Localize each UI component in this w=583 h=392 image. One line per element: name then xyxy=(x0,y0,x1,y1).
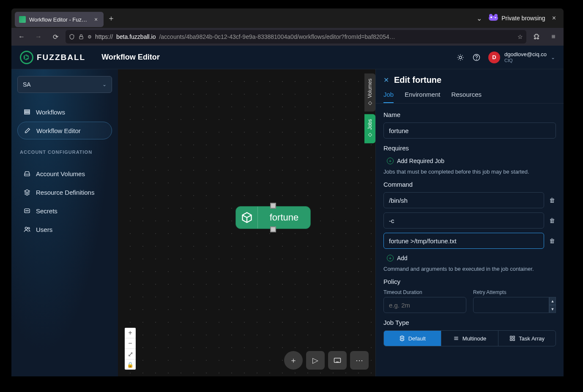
canvas[interactable]: fortune ◇ Volumes ◇ Jobs + − ⤢ xyxy=(118,69,375,376)
close-tab-icon[interactable]: × xyxy=(93,16,99,23)
sidebar-item-account-volumes[interactable]: Account Volumes xyxy=(17,165,112,182)
rail-tab-volumes[interactable]: ◇ Volumes xyxy=(364,74,375,112)
lock-icon xyxy=(78,34,84,40)
cube-icon: ◇ xyxy=(367,132,373,138)
svg-rect-4 xyxy=(25,110,30,111)
tab-environment[interactable]: Environment xyxy=(405,91,440,103)
node-port-top[interactable] xyxy=(270,203,276,209)
run-button[interactable]: ▷ xyxy=(306,351,325,370)
jobtype-toggle: Default Multinode Task Array xyxy=(383,330,556,346)
sidebar-item-resource-definitions[interactable]: Resource Definitions xyxy=(17,183,112,201)
user-email: dgodlove@ciq.co xyxy=(504,52,547,57)
theme-toggle-icon[interactable] xyxy=(456,53,465,62)
requires-label: Requires xyxy=(383,144,556,152)
project-selector[interactable]: SA ⌄ xyxy=(17,76,112,93)
browser-tab-strip: Workflow Editor - Fuzzb… × ＋ ⌄ Private b… xyxy=(11,8,564,28)
forward-button[interactable]: → xyxy=(32,30,45,44)
delete-arg-icon[interactable]: 🗑 xyxy=(548,197,556,204)
add-command-arg-button[interactable]: + Add xyxy=(387,255,556,261)
close-panel-icon[interactable]: ✕ xyxy=(383,76,389,84)
panel-title: Edit fortune xyxy=(394,75,441,85)
brand-name: FUZZBALL xyxy=(37,53,85,62)
tabs-dropdown-icon[interactable]: ⌄ xyxy=(476,14,482,22)
jobtype-default[interactable]: Default xyxy=(384,331,441,346)
more-button[interactable]: ⋯ xyxy=(350,351,369,370)
browser-tab[interactable]: Workflow Editor - Fuzzb… × xyxy=(15,12,104,27)
jobtype-taskarray-label: Task Array xyxy=(519,335,545,342)
user-menu[interactable]: D dgodlove@ciq.co CIQ ⌄ xyxy=(488,52,555,63)
svg-point-10 xyxy=(27,210,27,211)
drive-icon xyxy=(23,170,31,177)
zoom-controls: + − ⤢ 🔒 xyxy=(125,328,136,370)
retry-decrement[interactable]: ▼ xyxy=(549,305,556,313)
add-required-job-button[interactable]: + Add Required Job xyxy=(387,158,556,164)
sidebar-item-workflows[interactable]: Workflows xyxy=(17,103,112,121)
command-label: Command xyxy=(383,181,556,188)
chevron-down-icon: ⌄ xyxy=(551,54,555,60)
command-arg-2[interactable] xyxy=(383,233,544,249)
extensions-icon[interactable] xyxy=(530,30,543,44)
brand-logo[interactable]: ⌬ FUZZBALL xyxy=(20,51,85,64)
svg-point-9 xyxy=(26,210,26,211)
page-title: Workflow Editor xyxy=(101,53,160,62)
retry-increment[interactable]: ▲ xyxy=(549,297,556,305)
sidebar-item-secrets[interactable]: Secrets xyxy=(17,202,112,220)
window-close-icon[interactable]: × xyxy=(552,14,556,22)
keyboard-button[interactable] xyxy=(328,351,347,370)
back-button[interactable]: ← xyxy=(15,30,28,44)
favicon xyxy=(19,16,26,23)
bookmark-icon[interactable]: ☆ xyxy=(517,33,523,40)
fit-view-button[interactable]: ⤢ xyxy=(125,349,136,359)
sidebar-section-heading: ACCOUNT CONFIGURATION xyxy=(17,150,112,155)
url-bar[interactable]: ⚙ https://beta.fuzzball.io/accounts/4ba9… xyxy=(66,30,526,44)
url-path: /accounts/4ba9824b-0c12-43cf-9e9a-833881… xyxy=(159,33,514,40)
app-header: ⌬ FUZZBALL Workflow Editor D dgodlove@ci… xyxy=(11,46,564,69)
sidebar-item-users[interactable]: Users xyxy=(17,220,112,238)
zoom-out-button[interactable]: − xyxy=(125,338,136,348)
new-tab-button[interactable]: ＋ xyxy=(105,12,117,24)
name-input[interactable] xyxy=(383,122,556,139)
tab-job[interactable]: Job xyxy=(383,91,394,103)
app-menu-icon[interactable]: ≡ xyxy=(547,30,560,44)
sidebar-item-label: Workflows xyxy=(36,109,65,116)
reload-button[interactable]: ⟳ xyxy=(49,30,62,44)
add-node-button[interactable]: ＋ xyxy=(284,351,303,370)
retry-input[interactable] xyxy=(473,297,549,313)
zoom-in-button[interactable]: + xyxy=(125,328,136,338)
chevron-down-icon: ⌄ xyxy=(102,82,107,87)
timeout-input[interactable] xyxy=(383,297,466,313)
jobtype-taskarray[interactable]: Task Array xyxy=(498,331,556,346)
node-port-bottom[interactable] xyxy=(270,226,276,232)
jobtype-multinode-label: Multinode xyxy=(463,335,486,342)
tab-title: Workflow Editor - Fuzzb… xyxy=(29,16,89,23)
svg-rect-17 xyxy=(513,336,515,338)
private-browsing-label: Private browsing xyxy=(501,15,545,22)
help-icon[interactable] xyxy=(472,53,481,62)
project-selector-value: SA xyxy=(23,81,31,88)
add-required-job-label: Add Required Job xyxy=(397,158,444,164)
sidebar-item-label: Users xyxy=(36,226,52,233)
svg-rect-16 xyxy=(510,336,512,338)
command-arg-0[interactable] xyxy=(383,192,544,208)
svg-point-13 xyxy=(28,227,30,229)
tab-resources[interactable]: Resources xyxy=(451,91,482,103)
key-icon xyxy=(23,207,31,214)
command-arg-1[interactable] xyxy=(383,212,544,229)
sidebar-item-label: Secrets xyxy=(36,207,57,215)
svg-rect-18 xyxy=(510,339,512,340)
lock-button[interactable]: 🔒 xyxy=(125,359,136,370)
requires-hint: Jobs that must be completed before this … xyxy=(383,169,556,175)
sidebar-item-workflow-editor[interactable]: Workflow Editor xyxy=(17,122,112,139)
plus-icon: + xyxy=(387,158,394,164)
edit-icon xyxy=(24,127,31,134)
policy-label: Policy xyxy=(383,278,556,285)
sidebar-item-label: Workflow Editor xyxy=(36,127,81,134)
job-node-fortune[interactable]: fortune xyxy=(235,206,311,229)
rail-tab-jobs[interactable]: ◇ Jobs xyxy=(364,114,375,143)
jobtype-multinode[interactable]: Multinode xyxy=(441,331,498,346)
delete-arg-icon[interactable]: 🗑 xyxy=(548,237,556,244)
delete-arg-icon[interactable]: 🗑 xyxy=(548,217,556,224)
sidebar-item-label: Account Volumes xyxy=(36,170,85,177)
url-protocol: https:// xyxy=(95,33,113,40)
svg-point-11 xyxy=(28,210,28,211)
